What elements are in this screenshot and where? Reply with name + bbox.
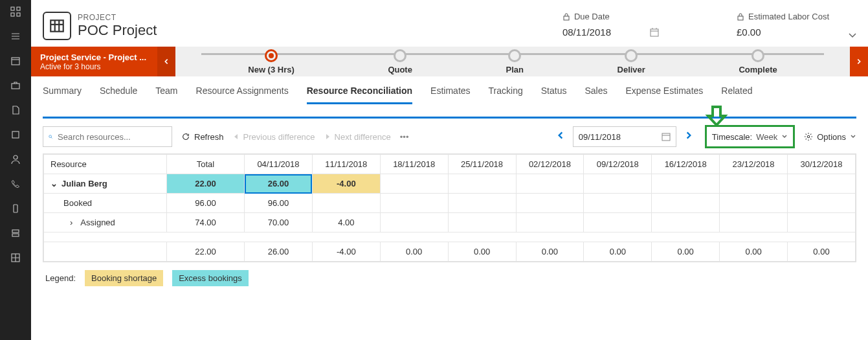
cell-value: 0.00 — [788, 242, 856, 262]
cell-value — [720, 213, 788, 232]
table-row[interactable]: Booked96.0096.00 — [44, 194, 856, 213]
sidebar-device-icon[interactable] — [9, 202, 22, 215]
svg-rect-9 — [12, 230, 19, 232]
due-date-value: 08/11/2018 — [562, 27, 659, 38]
date-prev-button[interactable] — [553, 128, 568, 145]
process-status[interactable]: Project Service - Project ... Active for… — [31, 47, 157, 76]
page-header: PROJECT POC Project Due Date 08/11/2018 — [31, 0, 868, 47]
chevron-down-icon[interactable]: ⌄ — [50, 179, 58, 188]
cell-resource — [44, 242, 167, 262]
table-row[interactable]: ›Assigned74.0070.004.00 — [44, 213, 856, 232]
cell-value: 96.00 — [245, 194, 313, 213]
svg-rect-2 — [11, 13, 14, 16]
cell-total: 22.00 — [167, 174, 245, 194]
svg-rect-6 — [12, 131, 19, 138]
cell-resource[interactable]: ⌄Julian Berg — [44, 174, 167, 194]
tab-summary[interactable]: Summary — [43, 85, 82, 104]
sidebar-person-icon[interactable] — [9, 153, 22, 166]
expand-chevron-icon[interactable] — [847, 30, 858, 42]
timescale-dropdown[interactable]: Timescale: Week — [705, 125, 795, 148]
chevron-right-icon[interactable]: › — [70, 218, 72, 227]
stage-new[interactable]: New (3 Hrs) — [248, 49, 295, 74]
tab-schedule[interactable]: Schedule — [100, 85, 137, 104]
col-date[interactable]: 04/11/2018 — [245, 155, 313, 174]
table-row[interactable]: ⌄Julian Berg22.0026.00-4.00 — [44, 174, 856, 194]
more-button[interactable]: ••• — [400, 132, 409, 142]
col-date[interactable]: 09/12/2018 — [584, 155, 652, 174]
cell-value — [516, 213, 584, 232]
sidebar-briefcase-icon[interactable] — [9, 79, 22, 92]
form-tabs: SummaryScheduleTeamResource AssignmentsR… — [31, 76, 868, 105]
sidebar-apps-icon[interactable] — [9, 5, 22, 18]
tab-estimates[interactable]: Estimates — [430, 85, 470, 104]
tab-resource-reconciliation[interactable]: Resource Reconciliation — [307, 85, 412, 104]
date-input[interactable]: 09/11/2018 — [573, 126, 676, 147]
project-icon — [43, 12, 71, 40]
cell-value — [448, 174, 516, 194]
tab-sales[interactable]: Sales — [584, 85, 607, 104]
cell-value — [584, 174, 652, 194]
sidebar-file-icon[interactable] — [9, 104, 22, 117]
tab-expense-estimates[interactable]: Expense Estimates — [625, 85, 703, 104]
cell-value — [312, 194, 380, 213]
col-resource[interactable]: Resource — [44, 155, 167, 174]
sidebar-server-icon[interactable] — [9, 227, 22, 240]
cell-value — [448, 213, 516, 232]
sidebar-grid-icon[interactable] — [9, 251, 22, 264]
cell-total: 74.00 — [167, 213, 245, 232]
col-total[interactable]: Total — [167, 155, 245, 174]
svg-rect-4 — [12, 58, 19, 65]
col-date[interactable]: 30/12/2018 — [788, 155, 856, 174]
stage-deliver[interactable]: Deliver — [618, 49, 645, 74]
calendar-icon — [650, 28, 659, 37]
triangle-right-icon — [324, 133, 331, 140]
next-difference-button: Next difference — [324, 132, 391, 142]
cell-resource[interactable]: Booked — [44, 194, 167, 213]
stage-prev-button[interactable] — [157, 47, 175, 76]
legend-excess: Excess bookings — [172, 270, 249, 286]
search-input[interactable] — [43, 126, 172, 147]
cell-value: -4.00 — [312, 242, 380, 262]
entity-label: PROJECT — [78, 13, 157, 22]
refresh-button[interactable]: Refresh — [181, 132, 224, 142]
svg-rect-17 — [662, 133, 670, 141]
stage-next-button[interactable] — [850, 47, 868, 76]
sidebar-calendar-icon[interactable] — [9, 54, 22, 67]
table-row[interactable]: 22.0026.00-4.000.000.000.000.000.000.000… — [44, 242, 856, 262]
app-sidebar — [0, 0, 31, 340]
col-date[interactable]: 16/12/2018 — [652, 155, 720, 174]
sidebar-tasks-icon[interactable] — [9, 30, 22, 43]
stage-quote[interactable]: Quote — [388, 49, 412, 74]
col-date[interactable]: 25/11/2018 — [448, 155, 516, 174]
col-date[interactable]: 11/11/2018 — [312, 155, 380, 174]
svg-rect-13 — [564, 16, 569, 20]
cell-resource[interactable]: ›Assigned — [44, 213, 167, 232]
options-button[interactable]: Options — [804, 132, 856, 142]
date-next-button[interactable] — [682, 128, 696, 145]
col-date[interactable]: 02/12/2018 — [516, 155, 584, 174]
col-date[interactable]: 23/12/2018 — [720, 155, 788, 174]
sidebar-box-icon[interactable] — [9, 128, 22, 141]
tab-status[interactable]: Status — [541, 85, 567, 104]
cell-value — [788, 213, 856, 232]
svg-rect-5 — [12, 84, 19, 89]
col-date[interactable]: 18/11/2018 — [380, 155, 448, 174]
cell-value: 0.00 — [652, 242, 720, 262]
tab-related[interactable]: Related — [721, 85, 752, 104]
cell-value — [380, 213, 448, 232]
cell-value: 26.00 — [245, 174, 313, 194]
cell-value: 0.00 — [516, 242, 584, 262]
tab-tracking[interactable]: Tracking — [489, 85, 523, 104]
cell-value — [584, 213, 652, 232]
reconciliation-grid: Resource Total 04/11/201811/11/201818/11… — [43, 153, 856, 262]
stage-complete[interactable]: Complete — [739, 49, 777, 74]
stage-plan[interactable]: Plan — [506, 49, 524, 74]
tab-resource-assignments[interactable]: Resource Assignments — [196, 85, 289, 104]
tab-team[interactable]: Team — [155, 85, 177, 104]
annotation-arrow — [705, 106, 728, 126]
grid-toolbar: Refresh Previous difference Next differe… — [43, 125, 856, 148]
svg-rect-8 — [14, 205, 17, 212]
svg-point-18 — [807, 135, 810, 138]
sidebar-phone-icon[interactable] — [9, 177, 22, 190]
cell-value — [584, 194, 652, 213]
